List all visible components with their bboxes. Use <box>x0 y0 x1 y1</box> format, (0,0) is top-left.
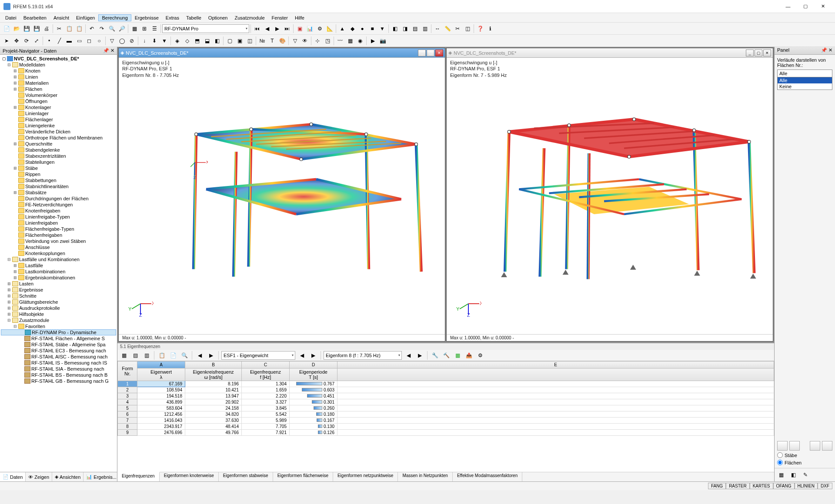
stress-icon[interactable]: ▦ <box>345 36 355 46</box>
tree-item[interactable]: Liniengelenke <box>1 123 116 129</box>
menu-ansicht[interactable]: Ansicht <box>50 14 73 21</box>
clip-icon[interactable]: ◫ <box>463 24 472 33</box>
tree-item[interactable]: Flächenlager <box>1 116 116 123</box>
tree-group[interactable]: ⊞Ausdruckprotokolle <box>1 305 116 311</box>
cut-icon[interactable]: ✂ <box>54 24 64 33</box>
tree-item[interactable]: Rippen <box>1 171 116 177</box>
panel-surfaces-dropdown[interactable]: Alle Keine <box>777 77 832 90</box>
load-area-icon[interactable]: ▼ <box>160 36 169 46</box>
status-raster[interactable]: RASTER <box>726 483 750 489</box>
view-c-icon[interactable]: ● <box>357 24 367 33</box>
colors-icon[interactable]: 🎨 <box>277 36 287 46</box>
panel-pin-icon[interactable]: 📌 ✕ <box>821 47 832 54</box>
wireframe-icon[interactable]: ▢ <box>225 36 234 46</box>
layers-icon[interactable]: ☰ <box>150 24 159 33</box>
nav-last-icon[interactable]: ⏭ <box>282 24 292 33</box>
tree-module[interactable]: RF-STAHL Flächen - Allgemeine S <box>1 335 116 342</box>
tbl-export-icon[interactable]: 📤 <box>464 351 474 360</box>
tree-item[interactable]: Veränderliche Dicken <box>1 129 116 135</box>
ttab-massen[interactable]: Massen in Netzpunkten <box>398 472 453 481</box>
nav-prev-icon[interactable]: ◀ <box>262 24 272 33</box>
deform-icon[interactable]: 〰 <box>335 36 345 46</box>
tbl-case-prev[interactable]: ◀ <box>297 351 307 360</box>
tree-group[interactable]: ⊟Zusatzmodule <box>1 317 116 323</box>
top-icon[interactable]: ⬒ <box>192 36 202 46</box>
status-ofang[interactable]: OFANG <box>773 483 795 489</box>
tbl-form-prev[interactable]: ◀ <box>404 351 413 360</box>
menu-optionen[interactable]: Optionen <box>205 14 231 21</box>
ttab-stabweise[interactable]: Eigenformen stabweise <box>219 472 273 481</box>
tree-item[interactable]: ⊞Knoten <box>1 68 116 74</box>
tbl-btn-1[interactable]: ▦ <box>119 351 129 360</box>
persp-icon[interactable]: ◇ <box>182 36 192 46</box>
tree-module[interactable]: RF-STAHL AISC - Bemessung nach <box>1 354 116 360</box>
print-icon[interactable]: 🖨 <box>42 24 51 33</box>
table-form-combo[interactable]: Eigenform 8 (f : 7.705 Hz) <box>324 351 402 360</box>
measure-icon[interactable]: 📏 <box>443 24 452 33</box>
solid-render-icon[interactable]: ▣ <box>235 36 244 46</box>
view2-titlebar[interactable]: ◈ NVC_DLC_Screenshots_DE* _ ▢ ✕ <box>447 48 773 58</box>
table-row[interactable]: 61212.45634.8205.542 0.180 <box>118 411 774 418</box>
status-kartes[interactable]: KARTES <box>750 483 773 489</box>
tree-item[interactable]: Anschlüsse <box>1 244 116 250</box>
tbl-tool-a[interactable]: 🔧 <box>430 351 440 360</box>
panel-surfaces-input[interactable] <box>777 70 832 77</box>
table-row[interactable]: 4436.89920.9023.327 0.301 <box>118 399 774 405</box>
line-icon[interactable]: ╱ <box>54 36 64 46</box>
workplane-icon[interactable]: ◳ <box>323 36 332 46</box>
side-icon[interactable]: ◧ <box>212 36 222 46</box>
tree-item[interactable]: ⊞Flächen <box>1 86 116 92</box>
tree-group[interactable]: ⊞Schnitte <box>1 293 116 299</box>
find-icon[interactable]: 🔎 <box>117 24 127 33</box>
tree-module[interactable]: RF-STAHL IS - Bemessung nach IS <box>1 360 116 366</box>
tree-item[interactable]: Stabnichtlinearitäten <box>1 183 116 189</box>
labels-icon[interactable]: T <box>267 36 277 46</box>
result-table[interactable]: FormNr. A B C D E Eigenwertλ Eigenkreisf… <box>117 361 774 472</box>
tbl-btn-6[interactable]: 🔍 <box>180 351 189 360</box>
render-c-icon[interactable]: ▤ <box>410 24 420 33</box>
ttab-modalmassen[interactable]: Effektive Modalmassenfaktoren <box>453 472 522 481</box>
module-combo[interactable]: RF-DYNAM Pro <box>162 24 249 33</box>
nav-tab-ergebnis[interactable]: 📊Ergebnis... <box>84 472 117 481</box>
tree-item[interactable]: ⊞Knotenlager <box>1 104 116 110</box>
rotate-icon[interactable]: ⟳ <box>22 36 31 46</box>
ttab-eigenfrequenzen[interactable]: Eigenfrequenzen <box>117 472 160 481</box>
tree-group[interactable]: ⊞Hilfsobjekte <box>1 311 116 317</box>
scale-icon[interactable]: ⤢ <box>32 36 41 46</box>
table-row[interactable]: 92476.69649.7667.921 0.126 <box>118 430 774 436</box>
paste-icon[interactable]: 📋 <box>74 24 84 33</box>
view2-maximize-button[interactable]: ▢ <box>755 50 762 56</box>
front-icon[interactable]: ⬓ <box>202 36 212 46</box>
save-icon[interactable]: 💾 <box>22 24 31 33</box>
tool-b-icon[interactable]: 📐 <box>325 24 334 33</box>
ttab-netzpunktweise[interactable]: Eigenformen netzpunktweise <box>333 472 398 481</box>
snap-icon[interactable]: ⊞ <box>140 24 149 33</box>
tree-group[interactable]: ⊞Ergebnisse <box>1 287 116 293</box>
panel-btn-3[interactable] <box>810 441 820 451</box>
tree-module[interactable]: RF-STAHL BS - Bemessung nach B <box>1 372 116 378</box>
tbl-btn-5[interactable]: 📄 <box>168 351 178 360</box>
tree-lastfaelle-group[interactable]: ⊟ Lastfälle und Kombinationen <box>1 256 116 262</box>
release-icon[interactable]: ⊘ <box>127 36 137 46</box>
zoom-icon[interactable]: 🔍 <box>107 24 117 33</box>
ttab-flaechenweise[interactable]: Eigenformen flächenweise <box>273 472 333 481</box>
tree-item[interactable]: Flächenfreigaben <box>1 232 116 238</box>
tbl-export-excel-icon[interactable]: ▦ <box>453 351 462 360</box>
view-e-icon[interactable]: ▼ <box>377 24 387 33</box>
tree-item[interactable]: Durchdringungen der Flächen <box>1 196 116 202</box>
nav-first-icon[interactable]: ⏮ <box>252 24 262 33</box>
menu-berechnung[interactable]: Berechnung <box>98 14 131 21</box>
nav-tab-zeigen[interactable]: 👁Zeigen <box>26 472 52 481</box>
redo-icon[interactable]: ↷ <box>97 24 107 33</box>
menu-bearbeiten[interactable]: Bearbeiten <box>20 14 50 21</box>
support-icon[interactable]: ▽ <box>107 36 117 46</box>
menu-extras[interactable]: Extras <box>162 14 183 21</box>
panel-btn-1[interactable] <box>777 441 788 451</box>
tree-item[interactable]: ⊞Linien <box>1 74 116 80</box>
section-icon[interactable]: ✂ <box>453 24 462 33</box>
tree-item[interactable]: Verbindung von zwei Stäben <box>1 238 116 244</box>
menu-ergebnisse[interactable]: Ergebnisse <box>131 14 162 21</box>
tree-item[interactable]: Linienlager <box>1 110 116 116</box>
menu-datei[interactable]: Datei <box>2 14 20 21</box>
tree-group[interactable]: ⊞Glättungsbereiche <box>1 299 116 305</box>
